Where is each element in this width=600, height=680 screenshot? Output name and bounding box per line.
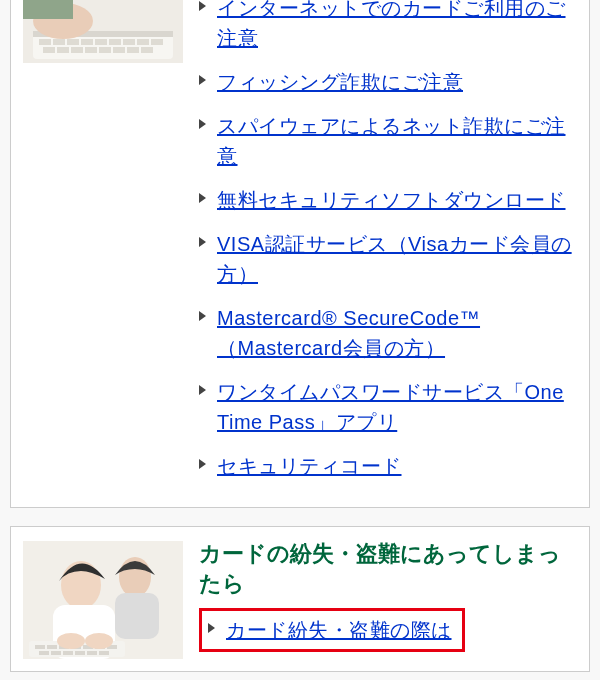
list-item: Mastercard® SecureCode™（Mastercard会員の方） bbox=[199, 303, 577, 363]
highlighted-link-box: カード紛失・盗難の際は bbox=[199, 608, 465, 652]
link-security-code[interactable]: セキュリティコード bbox=[217, 455, 402, 477]
link-free-security-download[interactable]: 無料セキュリティソフトダウンロード bbox=[217, 189, 566, 211]
list-item: セキュリティコード bbox=[199, 451, 577, 481]
svg-rect-7 bbox=[95, 39, 107, 45]
list-item: インターネットでのカードご利用のご注意 bbox=[199, 0, 577, 53]
svg-rect-3 bbox=[39, 39, 51, 45]
svg-point-42 bbox=[85, 633, 113, 649]
svg-rect-40 bbox=[99, 651, 109, 655]
svg-rect-13 bbox=[57, 47, 69, 53]
link-onetime-pass-app[interactable]: ワンタイムパスワードサービス「One Time Pass」アプリ bbox=[217, 381, 564, 433]
security-section-content: インターネットでのカードご利用のご注意 フィッシング詐欺にご注意 スパイウェアに… bbox=[199, 0, 577, 495]
svg-point-41 bbox=[57, 633, 85, 649]
svg-rect-17 bbox=[113, 47, 125, 53]
svg-rect-16 bbox=[99, 47, 111, 53]
svg-rect-12 bbox=[43, 47, 55, 53]
link-internet-caution[interactable]: インターネットでのカードご利用のご注意 bbox=[217, 0, 566, 49]
list-item: VISA認証サービス（Visaカード会員の方） bbox=[199, 229, 577, 289]
svg-rect-15 bbox=[85, 47, 97, 53]
svg-rect-35 bbox=[39, 651, 49, 655]
svg-rect-19 bbox=[141, 47, 153, 53]
security-link-list: インターネットでのカードご利用のご注意 フィッシング詐欺にご注意 スパイウェアに… bbox=[199, 0, 577, 481]
svg-rect-9 bbox=[123, 39, 135, 45]
svg-rect-6 bbox=[81, 39, 93, 45]
svg-rect-39 bbox=[87, 651, 97, 655]
svg-rect-8 bbox=[109, 39, 121, 45]
svg-rect-24 bbox=[115, 593, 159, 639]
link-phishing-caution[interactable]: フィッシング詐欺にご注意 bbox=[217, 71, 463, 93]
list-item: カード紛失・盗難の際は bbox=[208, 615, 452, 645]
lost-card-section-content: カードの紛失・盗難にあってしまったら カード紛失・盗難の際は bbox=[199, 527, 577, 652]
svg-rect-29 bbox=[47, 645, 57, 649]
list-item: フィッシング詐欺にご注意 bbox=[199, 67, 577, 97]
svg-rect-11 bbox=[151, 39, 163, 45]
link-card-lost-stolen[interactable]: カード紛失・盗難の際は bbox=[226, 619, 452, 641]
svg-rect-36 bbox=[51, 651, 61, 655]
section-image-keyboard bbox=[23, 0, 183, 63]
svg-rect-28 bbox=[35, 645, 45, 649]
link-mastercard-securecode[interactable]: Mastercard® SecureCode™（Mastercard会員の方） bbox=[217, 307, 480, 359]
svg-rect-5 bbox=[67, 39, 79, 45]
section-image-callcenter bbox=[23, 541, 183, 659]
list-item: スパイウェアによるネット詐欺にご注意 bbox=[199, 111, 577, 171]
section-title-lost-card: カードの紛失・盗難にあってしまったら bbox=[199, 539, 577, 598]
svg-rect-18 bbox=[127, 47, 139, 53]
lost-card-link-list: カード紛失・盗難の際は bbox=[208, 615, 452, 645]
security-section-card: インターネットでのカードご利用のご注意 フィッシング詐欺にご注意 スパイウェアに… bbox=[10, 0, 590, 508]
lost-card-section-card: カードの紛失・盗難にあってしまったら カード紛失・盗難の際は bbox=[10, 526, 590, 672]
list-item: ワンタイムパスワードサービス「One Time Pass」アプリ bbox=[199, 377, 577, 437]
list-item: 無料セキュリティソフトダウンロード bbox=[199, 185, 577, 215]
svg-rect-38 bbox=[75, 651, 85, 655]
svg-rect-4 bbox=[53, 39, 65, 45]
svg-rect-21 bbox=[23, 0, 73, 19]
link-spyware-caution[interactable]: スパイウェアによるネット詐欺にご注意 bbox=[217, 115, 566, 167]
svg-rect-14 bbox=[71, 47, 83, 53]
link-visa-auth[interactable]: VISA認証サービス（Visaカード会員の方） bbox=[217, 233, 572, 285]
svg-rect-10 bbox=[137, 39, 149, 45]
svg-rect-37 bbox=[63, 651, 73, 655]
